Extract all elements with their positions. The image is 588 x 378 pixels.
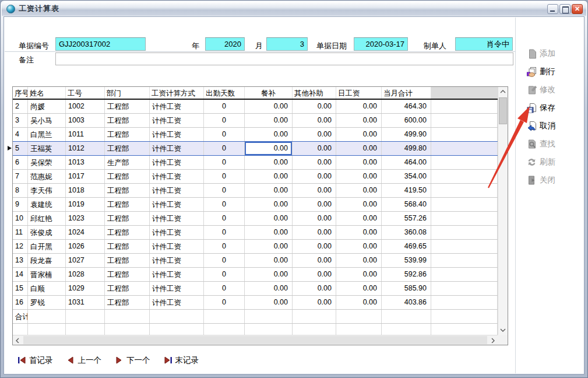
table-cell[interactable]: 计件工资 <box>150 282 204 295</box>
table-cell[interactable]: 计件工资 <box>150 114 204 127</box>
table-cell[interactable]: 419.50 <box>382 184 431 197</box>
scroll-right-icon[interactable] <box>488 335 498 345</box>
table-cell[interactable]: 1024 <box>66 226 105 239</box>
table-cell[interactable]: 袁建统 <box>28 198 66 211</box>
table-cell[interactable] <box>382 324 431 335</box>
table-cell[interactable]: 0 <box>204 114 245 127</box>
table-cell[interactable]: 0 <box>204 212 245 225</box>
table-cell[interactable] <box>431 100 498 113</box>
table-cell[interactable]: 6 <box>13 156 28 169</box>
table-cell[interactable]: 尚媛 <box>28 100 66 113</box>
table-cell[interactable]: 工程部 <box>105 184 150 197</box>
table-cell[interactable]: 1023 <box>66 212 105 225</box>
month-field[interactable]: 3 <box>266 37 308 51</box>
table-cell[interactable] <box>382 310 431 323</box>
table-cell[interactable]: 1018 <box>66 184 105 197</box>
table-cell[interactable]: 工程部 <box>105 170 150 183</box>
table-cell[interactable]: 10 <box>13 212 28 225</box>
table-cell[interactable]: 0.00 <box>293 128 336 141</box>
table-cell[interactable]: 0 <box>204 184 245 197</box>
table-cell[interactable] <box>13 324 28 335</box>
table-cell[interactable]: 0 <box>204 282 245 295</box>
table-cell[interactable]: 计件工资 <box>150 226 204 239</box>
table-cell[interactable]: 0.00 <box>293 240 336 253</box>
table-cell[interactable]: 8 <box>13 184 28 197</box>
table-cell[interactable]: 354.00 <box>382 170 431 183</box>
table-cell[interactable]: 0.00 <box>245 226 293 239</box>
table-cell[interactable]: 16 <box>13 296 28 309</box>
table-cell[interactable]: 0 <box>204 240 245 253</box>
table-cell[interactable]: 工程部 <box>105 226 150 239</box>
table-cell[interactable]: 吴保荣 <box>28 156 66 169</box>
recnav-last-record[interactable]: 末记录 <box>164 355 199 366</box>
doc-date-field[interactable]: 2020-03-17 <box>354 37 408 51</box>
total-row[interactable]: 合计 <box>13 310 498 324</box>
table-cell[interactable]: 0.00 <box>293 296 336 309</box>
table-cell[interactable]: 0.00 <box>293 100 336 113</box>
table-cell[interactable]: 1012 <box>66 142 105 155</box>
table-cell[interactable]: 0 <box>204 170 245 183</box>
table-cell[interactable]: 工程部 <box>105 128 150 141</box>
table-cell[interactable]: 0.00 <box>336 282 382 295</box>
table-cell[interactable]: 1019 <box>66 198 105 211</box>
table-cell[interactable] <box>431 324 498 335</box>
table-cell[interactable] <box>150 310 204 323</box>
table-cell[interactable]: 合计 <box>13 310 28 323</box>
table-cell[interactable]: 14 <box>13 268 28 281</box>
table-cell[interactable]: 生产部 <box>105 156 150 169</box>
table-row[interactable]: 14晋家楠1028工程部计件工资00.000.000.00592.86 <box>13 268 498 282</box>
table-cell[interactable]: 计件工资 <box>150 170 204 183</box>
table-cell[interactable] <box>431 114 498 127</box>
table-cell[interactable] <box>431 212 498 225</box>
table-cell[interactable]: 0.00 <box>245 268 293 281</box>
table-cell[interactable]: 0.00 <box>336 156 382 169</box>
table-cell[interactable]: 0.00 <box>336 114 382 127</box>
table-cell[interactable]: 11 <box>13 226 28 239</box>
table-cell[interactable] <box>431 254 498 267</box>
table-cell[interactable]: 张俊成 <box>28 226 66 239</box>
table-cell[interactable]: 0.00 <box>336 296 382 309</box>
table-cell[interactable]: 工程部 <box>105 100 150 113</box>
table-cell[interactable]: 499.80 <box>382 142 431 155</box>
table-cell[interactable]: 1017 <box>66 170 105 183</box>
table-cell[interactable]: 0.00 <box>245 156 293 169</box>
table-cell[interactable]: 0.00 <box>336 254 382 267</box>
table-cell[interactable] <box>431 268 498 281</box>
table-cell[interactable]: 0.00 <box>293 156 336 169</box>
table-cell[interactable]: 计件工资 <box>150 212 204 225</box>
table-cell[interactable]: 9 <box>13 198 28 211</box>
table-cell[interactable]: 1011 <box>66 128 105 141</box>
table-cell[interactable] <box>293 324 336 335</box>
year-field[interactable]: 2020 <box>205 37 245 51</box>
table-cell[interactable] <box>150 324 204 335</box>
table-cell[interactable]: 计件工资 <box>150 254 204 267</box>
table-cell[interactable]: 1013 <box>66 156 105 169</box>
table-cell[interactable]: 工程部 <box>105 212 150 225</box>
table-cell[interactable] <box>204 324 245 335</box>
table-cell[interactable]: 0.00 <box>336 198 382 211</box>
horizontal-scroll-thumb[interactable] <box>23 336 487 344</box>
table-cell[interactable] <box>431 170 498 183</box>
table-cell[interactable]: 0.00 <box>293 170 336 183</box>
table-row[interactable]: 15白顺1029工程部计件工资00.000.000.00585.90 <box>13 282 498 296</box>
table-cell[interactable]: 1026 <box>66 240 105 253</box>
table-cell[interactable] <box>105 310 150 323</box>
maximize-button[interactable] <box>559 4 571 14</box>
table-row[interactable]: 9袁建统1019工程部计件工资00.000.000.00568.40 <box>13 198 498 212</box>
table-cell[interactable]: 0.00 <box>245 128 293 141</box>
recnav-previous-record[interactable]: 上一个 <box>66 355 102 366</box>
table-cell[interactable] <box>431 128 498 141</box>
table-cell[interactable]: 0.00 <box>293 114 336 127</box>
table-cell[interactable] <box>204 310 245 323</box>
table-cell[interactable] <box>431 296 498 309</box>
table-cell[interactable]: 3 <box>13 114 28 127</box>
table-cell[interactable]: 0.00 <box>336 268 382 281</box>
table-cell[interactable] <box>245 324 293 335</box>
table-cell[interactable]: 工程部 <box>105 240 150 253</box>
table-cell[interactable]: 592.86 <box>382 268 431 281</box>
table-cell[interactable]: 王福英 <box>28 142 66 155</box>
table-cell[interactable]: 0.00 <box>336 128 382 141</box>
table-cell[interactable]: 539.99 <box>382 254 431 267</box>
table-cell[interactable]: 0.00 <box>245 296 293 309</box>
table-cell[interactable]: 0.00 <box>245 240 293 253</box>
